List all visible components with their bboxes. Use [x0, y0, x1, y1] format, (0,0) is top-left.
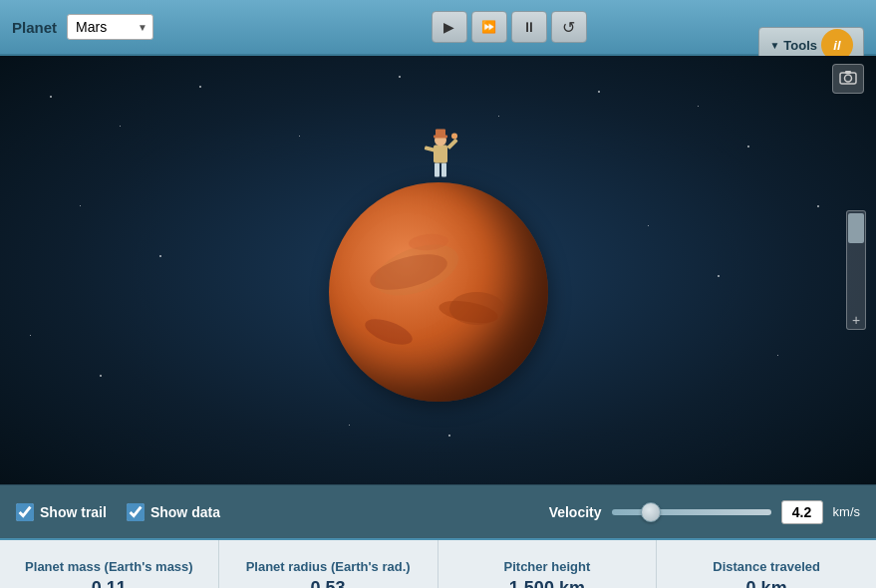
stat-name: Pitcher height — [504, 559, 591, 574]
svg-point-12 — [451, 133, 457, 139]
velocity-label: Velocity — [549, 504, 602, 520]
svg-rect-6 — [434, 145, 447, 162]
stat-value: 0.11 — [92, 578, 127, 588]
stat-name: Planet mass (Earth's mass) — [25, 559, 193, 574]
stat-value: 0.53 — [311, 578, 346, 588]
star — [299, 136, 300, 137]
stat-name: Distance traveled — [713, 559, 820, 574]
svg-rect-15 — [845, 71, 851, 74]
camera-icon — [839, 69, 857, 85]
planet-surface-details — [329, 182, 548, 402]
stat-name: Planet radius (Earth's rad.) — [246, 559, 411, 574]
simulation-area: + — [0, 56, 876, 484]
svg-rect-5 — [441, 162, 446, 176]
svg-rect-4 — [435, 162, 439, 176]
velocity-slider[interactable] — [612, 509, 771, 515]
pitcher-figure — [421, 127, 460, 190]
star — [698, 106, 699, 107]
svg-point-2 — [408, 232, 448, 251]
star — [648, 225, 649, 226]
planet-select-wrapper[interactable]: MercuryVenusEarthMarsJupiterSaturnUranus… — [67, 14, 153, 40]
mars-planet — [329, 182, 548, 402]
svg-rect-10 — [424, 146, 435, 151]
pause-button[interactable]: ⏸ — [511, 11, 547, 43]
velocity-group: Velocity 4.2 km/s — [549, 500, 860, 524]
velocity-unit: km/s — [833, 504, 860, 519]
stat-cell: Planet radius (Earth's rad.) 0.53 — [219, 540, 438, 588]
zoom-plus-button[interactable]: + — [852, 313, 860, 327]
star — [30, 335, 31, 336]
header-left: Planet MercuryVenusEarthMarsJupiterSatur… — [12, 14, 153, 40]
reset-button[interactable]: ↺ — [551, 11, 587, 43]
show-trail-label[interactable]: Show trail — [40, 504, 107, 520]
stat-cell: Planet mass (Earth's mass) 0.11 — [0, 540, 219, 588]
screenshot-button[interactable] — [832, 64, 864, 94]
zoom-thumb[interactable] — [848, 213, 864, 243]
stats-bar: Planet mass (Earth's mass) 0.11 Planet r… — [0, 538, 876, 588]
svg-point-0 — [366, 247, 450, 297]
svg-point-1 — [437, 297, 499, 327]
toolbar-buttons: ▶ ⏩ ⏸ ↺ — [432, 11, 587, 43]
show-data-group: Show data — [127, 503, 220, 521]
star — [718, 275, 720, 277]
stat-cell: Pitcher height 1,500 km — [438, 540, 658, 588]
show-trail-group: Show trail — [16, 503, 107, 521]
star — [598, 91, 600, 93]
star — [100, 375, 102, 377]
star — [199, 86, 201, 88]
stat-value: 0 km — [746, 578, 787, 588]
star — [747, 146, 749, 147]
play-button[interactable]: ▶ — [432, 11, 467, 43]
star — [120, 126, 121, 127]
star — [159, 255, 161, 257]
stat-value: 1,500 km — [509, 578, 585, 588]
star — [399, 76, 401, 78]
fast-forward-button[interactable]: ⏩ — [471, 11, 507, 43]
controls-bar: Show trail Show data Velocity 4.2 km/s — [0, 484, 876, 538]
velocity-value[interactable]: 4.2 — [781, 500, 823, 524]
star — [817, 205, 819, 207]
show-trail-checkbox[interactable] — [16, 503, 34, 521]
stat-cell: Distance traveled 0 km — [657, 540, 876, 588]
star — [777, 355, 778, 356]
svg-rect-9 — [436, 129, 445, 136]
star — [50, 96, 52, 98]
show-data-checkbox[interactable] — [127, 503, 145, 521]
tools-label: Tools — [783, 38, 817, 53]
chevron-down-icon: ▼ — [769, 40, 779, 51]
svg-point-3 — [362, 314, 416, 350]
header: Planet MercuryVenusEarthMarsJupiterSatur… — [0, 0, 876, 56]
star — [349, 425, 350, 426]
planet-select[interactable]: MercuryVenusEarthMarsJupiterSaturnUranus… — [67, 14, 153, 40]
star — [80, 205, 81, 206]
planet-label: Planet — [12, 19, 57, 36]
star — [498, 116, 499, 117]
star — [448, 435, 450, 437]
svg-point-14 — [845, 75, 852, 82]
show-data-label[interactable]: Show data — [150, 504, 220, 520]
svg-rect-11 — [446, 139, 457, 149]
figure-svg — [421, 127, 460, 186]
zoom-scrollbar[interactable]: + — [846, 210, 866, 330]
